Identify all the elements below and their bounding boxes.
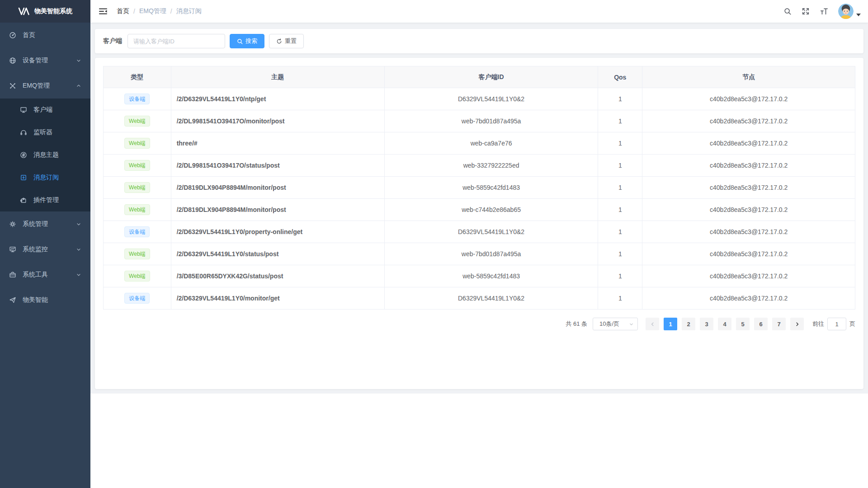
topic-cell: /2/D6329VL54419L1Y0/property-online/get (171, 221, 384, 243)
node-cell: c40b2d8ea5c3@172.17.0.2 (642, 287, 855, 310)
search-button[interactable]: 搜索 (230, 34, 264, 48)
page-size-select[interactable]: 10条/页 (593, 318, 638, 330)
app-root: 物美智能系统 首页 设备管理 (0, 0, 868, 488)
sidebar-item-listener[interactable]: 监听器 (0, 121, 90, 144)
chevron-down-icon (76, 247, 81, 252)
table-row: 设备端 /2/D6329VL54419L1Y0/ntp/get D6329VL5… (104, 88, 855, 110)
sidebar-item-home[interactable]: 首页 (0, 23, 90, 48)
breadcrumb-emq: EMQ管理 (139, 7, 166, 15)
sidebar-item-subscribe[interactable]: 消息订阅 (0, 166, 90, 189)
node-cell: c40b2d8ea5c3@172.17.0.2 (642, 265, 855, 287)
sidebar-item-label: 物美智能 (23, 296, 81, 304)
qos-cell: 1 (598, 265, 642, 287)
sidebar-item-devices[interactable]: 设备管理 (0, 48, 90, 73)
user-menu[interactable] (838, 4, 861, 19)
breadcrumb-home[interactable]: 首页 (117, 7, 129, 15)
chevron-down-icon (76, 58, 81, 63)
page-button-2[interactable]: 2 (682, 318, 695, 330)
topic-cell: /3/D85E00R65DYXK42G/status/post (171, 265, 384, 287)
chevron-right-icon (795, 322, 800, 327)
type-tag: Web端 (124, 138, 150, 149)
listener-icon (20, 129, 27, 136)
sidebar-item-topic[interactable]: 消息主题 (0, 144, 90, 166)
refresh-icon (276, 38, 282, 44)
topic-cell: three/# (171, 132, 384, 155)
qos-cell: 1 (598, 132, 642, 155)
pagination: 共 61 条 10条/页 1 2 3 4 5 6 7 (103, 318, 855, 330)
table-row: Web端 three/# web-ca9a7e76 1 c40b2d8ea5c3… (104, 132, 855, 155)
caret-down-icon (856, 14, 861, 16)
sidebar-item-system-mgmt[interactable]: 系统管理 (0, 211, 90, 237)
avatar[interactable] (838, 4, 854, 19)
qos-cell: 1 (598, 88, 642, 110)
node-cell: c40b2d8ea5c3@172.17.0.2 (642, 110, 855, 132)
page-button-5[interactable]: 5 (736, 318, 750, 330)
main-area: 首页 / EMQ管理 / 消息订阅 (90, 0, 868, 488)
search-panel: 客户端 搜索 重置 (95, 29, 863, 53)
client-id-cell: web-c744b2e86ab65 (384, 199, 598, 221)
client-id-cell: web-ca9a7e76 (384, 132, 598, 155)
type-tag: Web端 (124, 204, 150, 215)
emq-icon (9, 82, 16, 89)
chevron-down-icon (76, 221, 81, 227)
next-page-button[interactable] (790, 318, 804, 330)
search-field-label: 客户端 (103, 37, 122, 45)
table-row: 设备端 /2/D6329VL54419L1Y0/monitor/get D632… (104, 287, 855, 310)
node-cell: c40b2d8ea5c3@172.17.0.2 (642, 155, 855, 177)
goto-page-input[interactable] (827, 318, 846, 330)
app-logo[interactable]: 物美智能系统 (0, 0, 90, 23)
node-cell: c40b2d8ea5c3@172.17.0.2 (642, 199, 855, 221)
node-cell: c40b2d8ea5c3@172.17.0.2 (642, 132, 855, 155)
page-content: 客户端 搜索 重置 (90, 23, 868, 394)
type-tag: Web端 (124, 116, 150, 127)
logo-icon (18, 7, 30, 15)
sidebar-item-label: 插件管理 (33, 196, 81, 204)
font-size-icon[interactable] (817, 5, 831, 19)
page-button-6[interactable]: 6 (754, 318, 768, 330)
toolbox-icon (9, 271, 16, 278)
col-header-node: 节点 (642, 66, 855, 88)
page-button-4[interactable]: 4 (718, 318, 731, 330)
sidebar-item-emq[interactable]: EMQ管理 (0, 73, 90, 99)
table-row: Web端 /2/DL9981541O39417O/status/post web… (104, 155, 855, 177)
page-button-3[interactable]: 3 (700, 318, 713, 330)
client-id-cell: web-5859c42fd1483 (384, 265, 598, 287)
type-tag: Web端 (124, 160, 150, 171)
search-button-label: 搜索 (245, 37, 257, 45)
qos-cell: 1 (598, 177, 642, 199)
subscriptions-table: 类型 主题 客户端ID Qos 节点 设备端 /2/D6329VL54419L1… (103, 66, 855, 310)
topbar: 首页 / EMQ管理 / 消息订阅 (90, 0, 868, 23)
col-header-qos: Qos (598, 66, 642, 88)
qos-cell: 1 (598, 221, 642, 243)
prev-page-button[interactable] (646, 318, 659, 330)
col-header-type: 类型 (104, 66, 171, 88)
qos-cell: 1 (598, 155, 642, 177)
client-id-input[interactable] (127, 34, 225, 48)
topic-cell: /2/DL9981541O39417O/status/post (171, 155, 384, 177)
client-id-cell: web-7bd01d87a495a (384, 110, 598, 132)
reset-button[interactable]: 重置 (269, 34, 304, 48)
sidebar-toggle-icon[interactable] (97, 5, 109, 18)
sidebar-item-wumei-smart[interactable]: 物美智能 (0, 287, 90, 313)
sidebar-item-system-tools[interactable]: 系统工具 (0, 262, 90, 287)
page-button-7[interactable]: 7 (772, 318, 786, 330)
sidebar-item-label: 客户端 (33, 106, 81, 114)
qos-cell: 1 (598, 287, 642, 310)
client-id-cell: web-5859c42fd1483 (384, 177, 598, 199)
sidebar-item-client[interactable]: 客户端 (0, 99, 90, 121)
sidebar-item-system-monitor[interactable]: 系统监控 (0, 237, 90, 262)
page-button-1[interactable]: 1 (664, 318, 677, 330)
table-row: Web端 /3/D85E00R65DYXK42G/status/post web… (104, 265, 855, 287)
gear-icon (9, 221, 16, 228)
plugin-icon (20, 197, 27, 204)
sidebar-submenu-emq: 客户端 监听器 (0, 99, 90, 211)
topic-cell: /2/D6329VL54419L1Y0/ntp/get (171, 88, 384, 110)
table-row: Web端 /2/DL9981541O39417O/monitor/post we… (104, 110, 855, 132)
search-icon[interactable] (781, 5, 794, 18)
col-header-client-id: 客户端ID (384, 66, 598, 88)
type-tag: Web端 (124, 271, 150, 282)
sidebar-item-plugin[interactable]: 插件管理 (0, 189, 90, 211)
goto-label: 前往 (812, 320, 824, 328)
sidebar-item-label: 消息订阅 (33, 174, 81, 182)
fullscreen-icon[interactable] (799, 5, 812, 18)
